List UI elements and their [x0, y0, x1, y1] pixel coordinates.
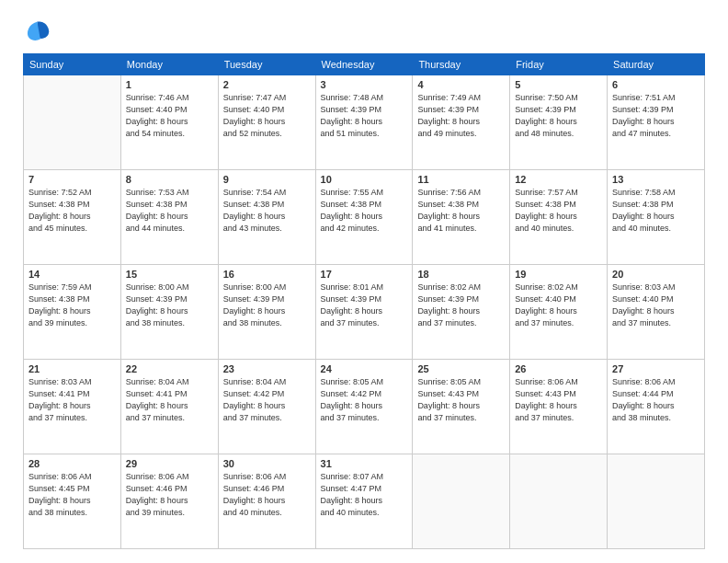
calendar-cell [510, 454, 608, 549]
day-info: Sunrise: 8:02 AMSunset: 4:39 PMDaylight:… [417, 282, 505, 329]
weekday-header-sunday: Sunday [24, 54, 121, 75]
day-info: Sunrise: 8:00 AMSunset: 4:39 PMDaylight:… [223, 282, 311, 329]
day-info: Sunrise: 7:50 AMSunset: 4:39 PMDaylight:… [515, 92, 602, 140]
day-number: 9 [223, 174, 311, 185]
day-number: 14 [28, 269, 116, 280]
calendar-cell [608, 454, 705, 549]
day-number: 22 [126, 363, 213, 374]
day-info: Sunrise: 8:06 AMSunset: 4:44 PMDaylight:… [612, 376, 700, 424]
calendar-cell: 18Sunrise: 8:02 AMSunset: 4:39 PMDayligh… [413, 265, 510, 360]
day-info: Sunrise: 7:57 AMSunset: 4:38 PMDaylight:… [515, 187, 602, 235]
day-number: 23 [223, 363, 311, 374]
day-info: Sunrise: 8:02 AMSunset: 4:40 PMDaylight:… [515, 282, 602, 329]
weekday-header-monday: Monday [120, 54, 218, 75]
day-number: 29 [126, 458, 213, 469]
day-number: 8 [126, 174, 213, 185]
calendar-cell: 21Sunrise: 8:03 AMSunset: 4:41 PMDayligh… [24, 360, 121, 454]
calendar-cell: 9Sunrise: 7:54 AMSunset: 4:38 PMDaylight… [218, 170, 315, 265]
weekday-header-friday: Friday [510, 54, 608, 75]
day-info: Sunrise: 8:07 AMSunset: 4:47 PMDaylight:… [321, 471, 408, 519]
day-number: 18 [417, 269, 505, 280]
calendar-cell: 22Sunrise: 8:04 AMSunset: 4:41 PMDayligh… [120, 360, 218, 454]
day-number: 16 [223, 269, 311, 280]
day-number: 6 [612, 79, 700, 90]
calendar-cell: 24Sunrise: 8:05 AMSunset: 4:42 PMDayligh… [315, 360, 413, 454]
day-number: 7 [28, 174, 116, 185]
logo-icon [23, 18, 51, 44]
calendar-cell: 19Sunrise: 8:02 AMSunset: 4:40 PMDayligh… [510, 265, 608, 360]
day-number: 12 [515, 174, 602, 185]
calendar-table: SundayMondayTuesdayWednesdayThursdayFrid… [23, 53, 705, 549]
calendar-cell: 27Sunrise: 8:06 AMSunset: 4:44 PMDayligh… [608, 360, 705, 454]
calendar-cell: 6Sunrise: 7:51 AMSunset: 4:39 PMDaylight… [608, 75, 705, 170]
weekday-header-wednesday: Wednesday [315, 54, 413, 75]
day-info: Sunrise: 7:48 AMSunset: 4:39 PMDaylight:… [321, 92, 408, 140]
calendar-cell: 7Sunrise: 7:52 AMSunset: 4:38 PMDaylight… [24, 170, 121, 265]
day-number: 1 [126, 79, 213, 90]
day-info: Sunrise: 7:59 AMSunset: 4:38 PMDaylight:… [28, 282, 116, 329]
day-info: Sunrise: 8:06 AMSunset: 4:45 PMDaylight:… [28, 471, 116, 519]
calendar-week-row: 7Sunrise: 7:52 AMSunset: 4:38 PMDaylight… [24, 170, 705, 265]
day-number: 24 [321, 363, 408, 374]
calendar-cell: 8Sunrise: 7:53 AMSunset: 4:38 PMDaylight… [120, 170, 218, 265]
day-number: 21 [28, 363, 116, 374]
day-info: Sunrise: 7:56 AMSunset: 4:38 PMDaylight:… [417, 187, 505, 235]
day-number: 20 [612, 269, 700, 280]
day-info: Sunrise: 7:53 AMSunset: 4:38 PMDaylight:… [126, 187, 213, 235]
day-number: 4 [417, 79, 505, 90]
calendar-cell: 15Sunrise: 8:00 AMSunset: 4:39 PMDayligh… [120, 265, 218, 360]
day-info: Sunrise: 8:04 AMSunset: 4:41 PMDaylight:… [126, 376, 213, 424]
logo [23, 18, 54, 44]
day-number: 3 [321, 79, 408, 90]
calendar-cell: 5Sunrise: 7:50 AMSunset: 4:39 PMDaylight… [510, 75, 608, 170]
calendar-cell: 14Sunrise: 7:59 AMSunset: 4:38 PMDayligh… [24, 265, 121, 360]
calendar-week-row: 14Sunrise: 7:59 AMSunset: 4:38 PMDayligh… [24, 265, 705, 360]
day-number: 26 [515, 363, 602, 374]
day-number: 2 [223, 79, 311, 90]
calendar-cell: 28Sunrise: 8:06 AMSunset: 4:45 PMDayligh… [24, 454, 121, 549]
weekday-header-thursday: Thursday [413, 54, 510, 75]
day-number: 19 [515, 269, 602, 280]
day-number: 30 [223, 458, 311, 469]
calendar-cell: 11Sunrise: 7:56 AMSunset: 4:38 PMDayligh… [413, 170, 510, 265]
calendar-cell: 23Sunrise: 8:04 AMSunset: 4:42 PMDayligh… [218, 360, 315, 454]
calendar-cell: 17Sunrise: 8:01 AMSunset: 4:39 PMDayligh… [315, 265, 413, 360]
day-info: Sunrise: 8:06 AMSunset: 4:46 PMDaylight:… [126, 471, 213, 519]
calendar-cell: 26Sunrise: 8:06 AMSunset: 4:43 PMDayligh… [510, 360, 608, 454]
day-number: 28 [28, 458, 116, 469]
calendar-cell: 31Sunrise: 8:07 AMSunset: 4:47 PMDayligh… [315, 454, 413, 549]
day-info: Sunrise: 8:03 AMSunset: 4:40 PMDaylight:… [612, 282, 700, 329]
calendar-cell: 29Sunrise: 8:06 AMSunset: 4:46 PMDayligh… [120, 454, 218, 549]
day-number: 25 [417, 363, 505, 374]
weekday-header-row: SundayMondayTuesdayWednesdayThursdayFrid… [24, 54, 705, 75]
weekday-header-tuesday: Tuesday [218, 54, 315, 75]
calendar-cell: 4Sunrise: 7:49 AMSunset: 4:39 PMDaylight… [413, 75, 510, 170]
day-info: Sunrise: 7:46 AMSunset: 4:40 PMDaylight:… [126, 92, 213, 140]
day-info: Sunrise: 7:58 AMSunset: 4:38 PMDaylight:… [612, 187, 700, 235]
day-info: Sunrise: 8:03 AMSunset: 4:41 PMDaylight:… [28, 376, 116, 424]
day-info: Sunrise: 7:47 AMSunset: 4:40 PMDaylight:… [223, 92, 311, 140]
day-number: 27 [612, 363, 700, 374]
page: SundayMondayTuesdayWednesdayThursdayFrid… [0, 0, 728, 563]
weekday-header-saturday: Saturday [608, 54, 705, 75]
header [23, 18, 705, 44]
calendar-week-row: 1Sunrise: 7:46 AMSunset: 4:40 PMDaylight… [24, 75, 705, 170]
calendar-week-row: 21Sunrise: 8:03 AMSunset: 4:41 PMDayligh… [24, 360, 705, 454]
day-number: 11 [417, 174, 505, 185]
calendar-cell: 10Sunrise: 7:55 AMSunset: 4:38 PMDayligh… [315, 170, 413, 265]
day-info: Sunrise: 7:52 AMSunset: 4:38 PMDaylight:… [28, 187, 116, 235]
day-info: Sunrise: 8:00 AMSunset: 4:39 PMDaylight:… [126, 282, 213, 329]
day-info: Sunrise: 8:06 AMSunset: 4:46 PMDaylight:… [223, 471, 311, 519]
day-info: Sunrise: 7:54 AMSunset: 4:38 PMDaylight:… [223, 187, 311, 235]
day-number: 5 [515, 79, 602, 90]
calendar-cell [24, 75, 121, 170]
day-info: Sunrise: 8:05 AMSunset: 4:43 PMDaylight:… [417, 376, 505, 424]
day-info: Sunrise: 7:55 AMSunset: 4:38 PMDaylight:… [321, 187, 408, 235]
day-info: Sunrise: 8:06 AMSunset: 4:43 PMDaylight:… [515, 376, 602, 424]
calendar-cell: 3Sunrise: 7:48 AMSunset: 4:39 PMDaylight… [315, 75, 413, 170]
day-number: 10 [321, 174, 408, 185]
day-number: 17 [321, 269, 408, 280]
calendar-cell: 20Sunrise: 8:03 AMSunset: 4:40 PMDayligh… [608, 265, 705, 360]
day-number: 13 [612, 174, 700, 185]
calendar-cell: 13Sunrise: 7:58 AMSunset: 4:38 PMDayligh… [608, 170, 705, 265]
